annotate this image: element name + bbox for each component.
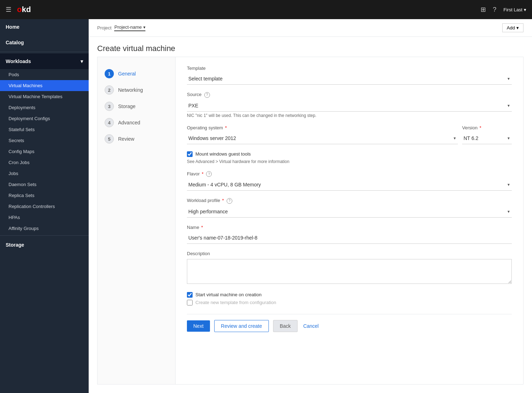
wizard-step-4[interactable]: 4 Advanced [98, 114, 175, 131]
mount-tools-checkbox[interactable] [187, 151, 193, 157]
sidebar-item-secrets[interactable]: Secrets [0, 135, 89, 146]
source-info-icon[interactable]: ? [204, 92, 210, 98]
step-circle-4: 4 [105, 118, 114, 127]
add-button-label: Add [507, 25, 515, 30]
user-menu[interactable]: First Last ▾ [504, 7, 526, 12]
sidebar-workloads[interactable]: Workloads ▾ [0, 54, 89, 69]
sidebar-item-vm-templates[interactable]: Virtual Machine Templates [0, 91, 89, 102]
os-required: * [225, 125, 227, 130]
sidebar-item-jobs[interactable]: Jobs [0, 168, 89, 179]
sidebar-cm-label: Config Maps [9, 149, 34, 154]
sidebar-deployments-label: Deployments [9, 105, 35, 110]
sidebar-catalog[interactable]: Catalog [0, 35, 89, 50]
description-group: Description [187, 251, 512, 285]
template-select[interactable]: Select template [187, 73, 512, 84]
flavor-select[interactable]: Medium - 4 vCPU, 8 GB Memory [187, 179, 512, 190]
version-select[interactable]: NT 6.2 [462, 133, 512, 144]
create-template-checkbox[interactable] [187, 300, 193, 305]
sidebar-ss-label: Stateful Sets [9, 127, 35, 132]
workload-label: Workload profile * ? [187, 198, 512, 204]
wizard-step-1[interactable]: 1 General [98, 66, 175, 82]
sidebar-item-deployment-configs[interactable]: Deployment Configs [0, 113, 89, 124]
step-label-2: Networking [118, 87, 143, 93]
workload-required: * [222, 198, 224, 203]
sidebar-item-pods[interactable]: Pods [0, 69, 89, 80]
help-icon[interactable]: ? [493, 6, 497, 13]
wizard-step-3[interactable]: 3 Storage [98, 98, 175, 114]
sidebar-item-config-maps[interactable]: Config Maps [0, 146, 89, 157]
project-bar: Project Project-name ▾ Add ▾ [89, 19, 532, 37]
source-group: Source ? PXE ▾ NIC "nic 1" will be used.… [187, 92, 512, 118]
step-label-3: Storage [118, 103, 135, 109]
add-button[interactable]: Add ▾ [502, 23, 523, 32]
description-textarea[interactable] [187, 259, 512, 284]
flavor-info-icon[interactable]: ? [206, 171, 212, 177]
sidebar-item-replica-sets[interactable]: Replica Sets [0, 190, 89, 201]
sidebar-item-virtual-machines[interactable]: Virtual Machines [0, 80, 89, 91]
step-label-4: Advanced [118, 120, 140, 125]
wizard-step-2[interactable]: 2 Networking [98, 82, 175, 98]
review-create-button[interactable]: Review and create [214, 320, 269, 332]
wizard-container: 1 General 2 Networking 3 Storage 4 Advan… [97, 57, 523, 384]
version-label-text: Version [462, 125, 477, 130]
sidebar-item-cron-jobs[interactable]: Cron Jobs [0, 157, 89, 168]
sidebar-rs-label: Replica Sets [9, 193, 34, 198]
back-button[interactable]: Back [273, 320, 298, 332]
grid-icon[interactable]: ⊞ [481, 6, 486, 13]
source-hint: NIC "nic 1" will be used. This can be ch… [187, 113, 512, 118]
project-select[interactable]: Project-name ▾ [114, 24, 145, 31]
sidebar-item-daemon-sets[interactable]: Daemon Sets [0, 179, 89, 190]
sidebar-home[interactable]: Home [0, 19, 89, 35]
version-required: * [480, 125, 481, 130]
logo-o: o [17, 5, 22, 14]
sidebar-storage[interactable]: Storage [0, 237, 89, 253]
step-label-5: Review [118, 136, 134, 142]
template-label: Template [187, 66, 512, 71]
version-label: Version * [462, 125, 512, 130]
sidebar-item-deployments[interactable]: Deployments [0, 102, 89, 113]
sidebar-storage-label: Storage [6, 242, 24, 248]
cancel-button[interactable]: Cancel [302, 320, 320, 332]
logo: okd [17, 5, 31, 14]
name-input[interactable] [187, 232, 512, 244]
name-label: Name * [187, 225, 512, 230]
step-label-1: General [118, 71, 136, 77]
wizard-steps: 1 General 2 Networking 3 Storage 4 Advan… [98, 57, 176, 384]
workload-select-wrapper: High performance ▾ [187, 206, 512, 218]
source-label-text: Source [187, 92, 201, 97]
flavor-required: * [202, 171, 204, 176]
start-vm-checkbox[interactable] [187, 292, 193, 298]
start-vm-label: Start virtual machine on creation [195, 292, 261, 297]
wizard-step-5[interactable]: 5 Review [98, 131, 175, 147]
hamburger-icon[interactable]: ☰ [6, 6, 11, 13]
sidebar-item-hpas[interactable]: HPAs [0, 212, 89, 223]
sidebar-rc-label: Replication Controllers [9, 204, 55, 209]
source-label: Source ? [187, 92, 512, 98]
sidebar-item-replication-controllers[interactable]: Replication Controllers [0, 201, 89, 212]
wizard-form: Template Select template ▾ Source ? [176, 57, 523, 384]
os-group: Operating system * Windows server 2012 ▾ [187, 125, 512, 144]
start-vm-group: Start virtual machine on creation Create… [187, 292, 512, 305]
template-select-wrapper: Select template ▾ [187, 73, 512, 85]
flavor-label: Flavor * ? [187, 171, 512, 177]
project-label: Project [97, 25, 111, 30]
sidebar-divider-2 [0, 235, 89, 236]
workload-info-icon[interactable]: ? [227, 198, 232, 204]
os-select[interactable]: Windows server 2012 [187, 133, 458, 144]
step-circle-5: 5 [105, 134, 114, 144]
os-select-wrap: Operating system * Windows server 2012 ▾ [187, 125, 458, 144]
sidebar-item-affinity-groups[interactable]: Affinity Groups [0, 223, 89, 234]
sidebar-secrets-label: Secrets [9, 138, 24, 143]
workload-group: Workload profile * ? High performance ▾ [187, 198, 512, 218]
logo-text: okd [17, 5, 31, 14]
sidebar-cj-label: Cron Jobs [9, 160, 29, 165]
sidebar-divider-1 [0, 52, 89, 52]
source-select[interactable]: PXE [187, 100, 512, 111]
step-circle-2: 2 [105, 85, 114, 95]
page-title-bar: Create virtual machine [89, 37, 532, 57]
create-template-label: Create new template from configuration [195, 300, 276, 305]
next-button[interactable]: Next [187, 320, 210, 332]
workload-select[interactable]: High performance [187, 206, 512, 217]
page-title: Create virtual machine [97, 44, 523, 53]
sidebar-item-stateful-sets[interactable]: Stateful Sets [0, 124, 89, 135]
